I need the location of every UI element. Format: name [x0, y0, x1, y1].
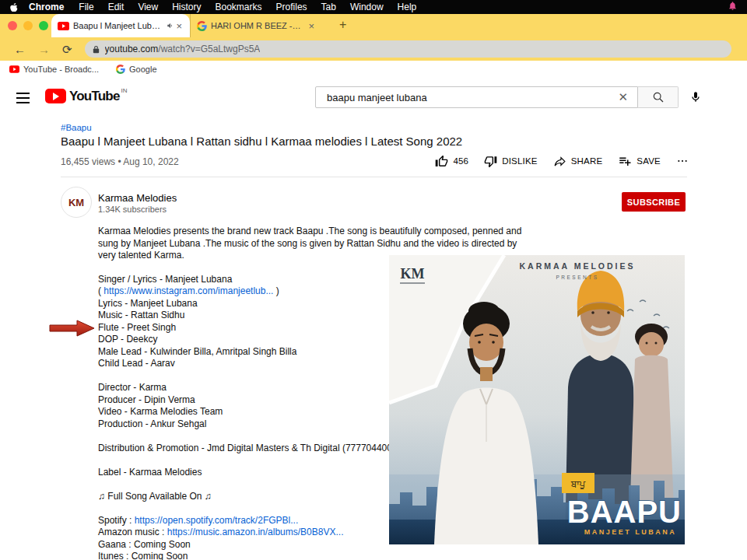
description-text: ♫ Full Song Available On ♫	[98, 491, 212, 502]
description-text: Production - Ankur Sehgal	[98, 418, 206, 429]
tab-title: HARI OHM R BEEZ - Google Se	[211, 21, 303, 30]
annotation-arrow-icon	[49, 319, 96, 341]
forward-button[interactable]: →	[38, 44, 50, 55]
menubar-item[interactable]: View	[138, 2, 158, 12]
menubar-item[interactable]: Edit	[108, 2, 124, 12]
google-favicon	[116, 65, 125, 74]
search-input[interactable]	[325, 91, 608, 104]
subscribe-button[interactable]: SUBSCRIBE	[622, 192, 686, 212]
description-text: Singer / Lyrics - Manjeet Lubana	[98, 274, 232, 285]
description-text: DOP - Deekcy	[98, 334, 157, 345]
description-text: Director - Karma	[98, 382, 167, 393]
bookmark-youtube[interactable]: YouTube - Broadc...	[9, 65, 99, 74]
address-bar[interactable]: youtube.com/watch?v=G5aLtwgPs5A	[85, 40, 731, 58]
share-button[interactable]: SHARE	[553, 155, 603, 168]
description-text: Amazon music :	[98, 527, 167, 537]
description-text: Music - Rattan Sidhu	[98, 310, 184, 320]
menubar-item[interactable]: Window	[350, 2, 384, 12]
region-label: IN	[121, 87, 128, 94]
description-text: Video - Karma Melodies Team	[98, 406, 223, 417]
search-box: ✕	[315, 86, 638, 108]
description-link[interactable]: https://www.instagram.com/imanjeetlub...	[103, 285, 273, 296]
window-controls	[8, 21, 48, 30]
poster-artist: MANJEET LUBANA	[584, 528, 677, 536]
video-hashtag[interactable]: #Baapu	[61, 123, 92, 132]
video-poster[interactable]: KM KARMAA MELODIES PRESENTS ਬਾਪੂ BAAPU M…	[389, 255, 685, 544]
microphone-icon	[689, 91, 702, 103]
screen: Chrome FileEditViewHistoryBookmarksProfi…	[0, 0, 747, 560]
fullscreen-window-button[interactable]	[39, 21, 48, 30]
chrome-navbar: ← → ⟳ youtube.com/watch?v=G5aLtwgPs5A	[0, 37, 747, 61]
clear-search-icon[interactable]: ✕	[608, 90, 637, 104]
menubar-item[interactable]: Bookmarks	[216, 2, 262, 12]
new-tab-button[interactable]: +	[339, 18, 346, 32]
thumb-down-icon	[484, 155, 497, 168]
ellipsis-icon	[676, 155, 689, 167]
tab-title: Baapu l Manjeet Lubana l R	[73, 21, 163, 30]
description-link[interactable]: https://open.spotify.com/track/2FGPBl...	[135, 515, 299, 526]
youtube-logo[interactable]: YouTube IN	[45, 89, 128, 103]
description-link[interactable]: https://music.amazon.in/albums/B0B8VX...	[167, 527, 344, 537]
mic-button[interactable]	[689, 91, 702, 103]
minimize-window-button[interactable]	[23, 21, 33, 30]
reload-button[interactable]: ⟳	[62, 44, 72, 55]
poster-brand-label: KARMAA MELODIES	[519, 261, 635, 271]
playlist-add-icon	[618, 154, 632, 168]
description-text: Distribution & Promotion - Jmd Digital M…	[98, 443, 401, 453]
menubar-item[interactable]: History	[172, 2, 201, 12]
dislike-button[interactable]: DISLIKE	[484, 155, 538, 168]
channel-name[interactable]: Karmaa Melodies	[98, 192, 177, 204]
video-meta: 16,455 views • Aug 10, 2022	[61, 156, 179, 167]
description-text: Gaana : Coming Soon	[98, 539, 191, 550]
description-text: Itunes : Coming Soon	[98, 551, 188, 560]
save-button[interactable]: SAVE	[618, 154, 661, 168]
description-line: Itunes : Coming Soon	[98, 551, 528, 560]
more-actions-button[interactable]	[676, 155, 689, 167]
chrome-tab-strip: Baapu l Manjeet Lubana l R × HARI OHM R …	[0, 14, 747, 37]
description-text: Male Lead - Kulwinder Billa, Amritpal Si…	[98, 346, 296, 357]
lock-icon	[93, 45, 100, 54]
close-window-button[interactable]	[8, 21, 17, 30]
tab-close-icon[interactable]: ×	[307, 21, 316, 31]
share-arrow-icon	[553, 155, 566, 168]
poster-title: BAAPU	[567, 495, 682, 529]
description-text: Label - Karmaa Melodies	[98, 467, 202, 478]
tab-close-icon[interactable]: ×	[174, 21, 184, 31]
video-actions: 456 DISLIKE SHARE SAVE	[435, 154, 689, 168]
macos-menubar: Chrome FileEditViewHistoryBookmarksProfi…	[0, 0, 747, 14]
channel-subscribers: 1.34K subscribers	[98, 205, 167, 214]
description-text: Producer - Dipin Verma	[98, 394, 195, 405]
notification-bell-icon[interactable]	[728, 1, 738, 13]
menubar-item[interactable]: Tab	[321, 2, 336, 12]
video-title: Baapu l Manjeet Lubana l Rattan sidhu l …	[61, 135, 559, 148]
search-button[interactable]	[638, 86, 679, 108]
tab-audio-icon[interactable]	[167, 22, 174, 30]
menubar-app-name[interactable]: Chrome	[29, 2, 64, 12]
google-favicon	[197, 21, 207, 31]
poster-presents-label: PRESENTS	[556, 275, 598, 280]
divider	[61, 177, 687, 177]
menubar-item[interactable]: File	[79, 2, 93, 12]
url-text: youtube.com/watch?v=G5aLtwgPs5A	[105, 44, 261, 54]
bookmark-google[interactable]: Google	[116, 65, 156, 74]
thumb-up-icon	[435, 155, 448, 168]
tab-google-search[interactable]: HARI OHM R BEEZ - Google Se ×	[190, 14, 322, 37]
back-button[interactable]: ←	[14, 44, 26, 55]
tab-youtube-baapu[interactable]: Baapu l Manjeet Lubana l R ×	[51, 14, 190, 37]
menubar-item[interactable]: Profiles	[276, 2, 307, 12]
description-text: Child Lead - Aarav	[98, 358, 175, 369]
bookmarks-bar: YouTube - Broadc... Google	[0, 61, 747, 78]
like-button[interactable]: 456	[435, 155, 468, 168]
apple-icon[interactable]	[9, 2, 18, 12]
hamburger-menu-icon[interactable]	[16, 93, 30, 107]
poster-punjabi-title: ਬਾਪੂ	[570, 478, 586, 489]
channel-avatar[interactable]: KM	[61, 187, 92, 218]
menubar-item[interactable]: Help	[398, 2, 417, 12]
menubar-items: FileEditViewHistoryBookmarksProfilesTabW…	[72, 2, 423, 12]
description-text: Spotify :	[98, 515, 135, 526]
description-text: Flute - Preet Singh	[98, 322, 176, 333]
description-text: )	[273, 285, 279, 296]
youtube-favicon	[58, 22, 69, 30]
description-text: Lyrics - Manjeet Lubana	[98, 298, 198, 309]
youtube-play-icon	[45, 89, 66, 103]
